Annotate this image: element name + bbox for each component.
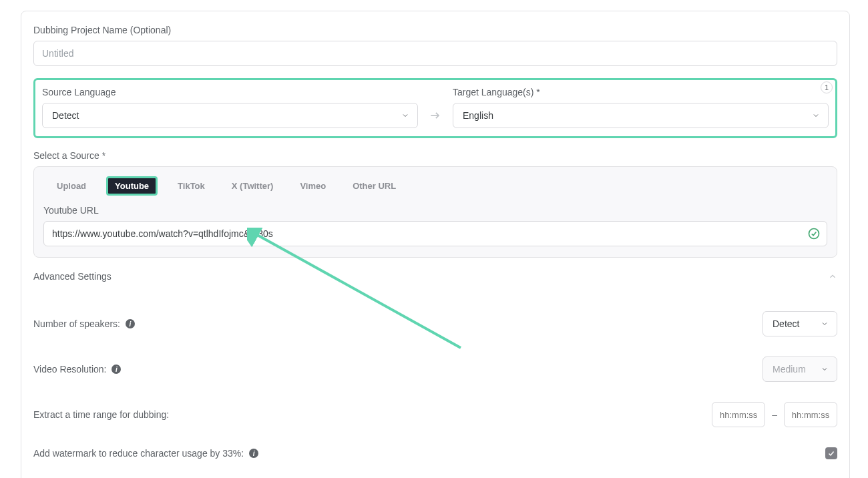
chevron-down-icon	[812, 111, 820, 120]
dubbing-form-card: Dubbing Project Name (Optional) Source L…	[21, 11, 850, 478]
watermark-label: Add watermark to reduce character usage …	[33, 448, 244, 459]
info-icon[interactable]: i	[126, 319, 135, 328]
tab-youtube[interactable]: Youtube	[106, 176, 158, 196]
tab-vimeo[interactable]: Vimeo	[293, 177, 333, 195]
source-language-value: Detect	[52, 110, 79, 121]
chevron-down-icon	[821, 365, 829, 373]
time-from-input[interactable]	[712, 402, 765, 427]
tab-other-url[interactable]: Other URL	[346, 177, 403, 195]
tab-x-twitter[interactable]: X (Twitter)	[225, 177, 280, 195]
chevron-down-icon	[401, 111, 409, 120]
time-range-dash: –	[772, 409, 777, 420]
source-language-select[interactable]: Detect	[42, 103, 418, 128]
info-icon[interactable]: i	[249, 449, 258, 458]
resolution-select[interactable]: Medium	[763, 356, 837, 382]
youtube-url-input[interactable]	[43, 221, 827, 246]
youtube-url-label: Youtube URL	[43, 205, 827, 216]
advanced-settings-label: Advanced Settings	[33, 271, 112, 282]
resolution-label: Video Resolution:	[33, 364, 106, 375]
svg-point-1	[809, 229, 819, 239]
project-name-label: Dubbing Project Name (Optional)	[33, 25, 837, 35]
resolution-value: Medium	[773, 364, 806, 375]
speakers-value: Detect	[773, 318, 799, 329]
target-language-select[interactable]: English	[453, 103, 829, 128]
project-name-input[interactable]	[33, 41, 837, 66]
language-row-highlight: Source Language Detect 1 Target Language…	[33, 78, 837, 138]
check-icon	[827, 449, 835, 457]
check-circle-icon	[807, 227, 821, 240]
speakers-select[interactable]: Detect	[763, 311, 837, 336]
info-icon[interactable]: i	[112, 365, 121, 374]
source-panel: Upload Youtube TikTok X (Twitter) Vimeo …	[33, 166, 837, 258]
tab-tiktok[interactable]: TikTok	[171, 177, 212, 195]
time-to-input[interactable]	[784, 402, 837, 427]
select-source-label: Select a Source *	[33, 150, 837, 161]
target-count-badge: 1	[821, 81, 833, 93]
target-language-value: English	[463, 110, 493, 121]
chevron-up-icon[interactable]	[828, 272, 837, 281]
source-language-label: Source Language	[42, 87, 418, 97]
timerange-label: Extract a time range for dubbing:	[33, 409, 169, 420]
target-language-label: Target Language(s) *	[453, 87, 829, 97]
tab-upload[interactable]: Upload	[50, 177, 93, 195]
watermark-checkbox[interactable]	[825, 447, 837, 459]
source-tabs: Upload Youtube TikTok X (Twitter) Vimeo …	[50, 176, 827, 196]
arrow-right-icon	[427, 103, 443, 128]
speakers-label: Number of speakers:	[33, 318, 120, 329]
chevron-down-icon	[821, 320, 829, 328]
